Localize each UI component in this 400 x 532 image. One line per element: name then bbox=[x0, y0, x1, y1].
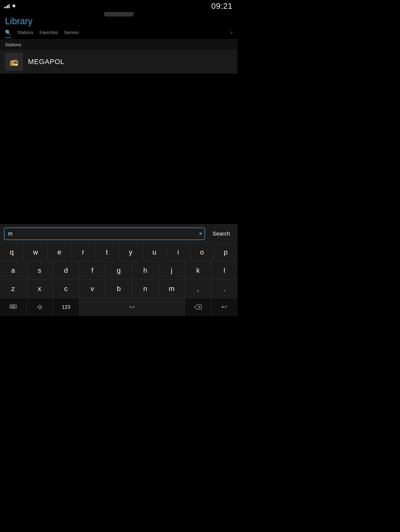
nav-tabs: 🔍 Stations Favorites Genres › bbox=[5, 28, 232, 38]
key-o[interactable]: o bbox=[190, 243, 214, 261]
section-header: Stations bbox=[0, 40, 238, 50]
key-row-3: z x c v b n m , . bbox=[0, 280, 238, 298]
key-r[interactable]: r bbox=[71, 243, 95, 261]
svg-rect-0 bbox=[10, 305, 16, 308]
status-left: ✱ bbox=[4, 3, 16, 9]
svg-rect-3 bbox=[13, 306, 14, 306]
time-display: 09:21 bbox=[211, 2, 232, 11]
nav-chevron[interactable]: › bbox=[231, 29, 232, 36]
svg-rect-6 bbox=[12, 307, 14, 308]
key-space[interactable] bbox=[80, 298, 185, 316]
key-b[interactable]: b bbox=[106, 280, 132, 298]
library-title: Library bbox=[5, 16, 232, 26]
key-z[interactable]: z bbox=[0, 280, 26, 298]
radio-icon: 📻 bbox=[10, 58, 18, 66]
bluetooth-icon: ✱ bbox=[12, 3, 16, 9]
tab-search[interactable]: 🔍 bbox=[5, 28, 11, 38]
svg-rect-4 bbox=[14, 306, 15, 306]
key-row-1: q w e r t y u i o p bbox=[0, 243, 238, 261]
key-backspace[interactable] bbox=[185, 298, 211, 316]
key-q[interactable]: q bbox=[0, 243, 24, 261]
key-k[interactable]: k bbox=[185, 262, 212, 280]
key-c[interactable]: c bbox=[53, 280, 79, 298]
library-header: Library 🔍 Stations Favorites Genres › bbox=[0, 14, 238, 38]
status-bar: ✱ 09:21 bbox=[0, 0, 238, 12]
tab-favorites[interactable]: Favorites bbox=[40, 28, 58, 37]
key-w[interactable]: w bbox=[24, 243, 48, 261]
key-l[interactable]: l bbox=[211, 262, 238, 280]
list-item[interactable]: 📻 MEGAPOL bbox=[0, 50, 238, 74]
keyboard-rows: q w e r t y u i o p a s d f g h j k bbox=[0, 243, 238, 316]
keyboard-area: ✕ Search q w e r t y u i o p a s bbox=[0, 224, 238, 316]
clear-button[interactable]: ✕ bbox=[199, 231, 202, 236]
svg-rect-7 bbox=[14, 307, 15, 308]
tab-stations[interactable]: Stations bbox=[17, 28, 34, 37]
key-return[interactable] bbox=[211, 298, 238, 316]
key-x[interactable]: x bbox=[26, 280, 53, 298]
key-keyboard[interactable] bbox=[0, 298, 26, 316]
key-comma[interactable]: , bbox=[185, 280, 212, 298]
key-h[interactable]: h bbox=[132, 262, 158, 280]
key-m[interactable]: m bbox=[158, 280, 185, 298]
key-period[interactable]: . bbox=[211, 280, 238, 298]
key-u[interactable]: u bbox=[143, 243, 166, 261]
key-f[interactable]: f bbox=[79, 262, 106, 280]
svg-rect-5 bbox=[11, 307, 12, 308]
signal-bars bbox=[4, 4, 10, 8]
key-d[interactable]: d bbox=[53, 262, 79, 280]
svg-rect-2 bbox=[12, 306, 13, 306]
key-123[interactable]: 123 bbox=[53, 298, 80, 316]
key-e[interactable]: e bbox=[48, 243, 71, 261]
signal-bar-4 bbox=[8, 4, 10, 8]
signal-bar-2 bbox=[6, 6, 6, 8]
key-v[interactable]: v bbox=[79, 280, 106, 298]
key-t[interactable]: t bbox=[95, 243, 119, 261]
key-row-2: a s d f g h j k l bbox=[0, 261, 238, 280]
station-thumbnail: 📻 bbox=[5, 53, 23, 71]
key-shift[interactable] bbox=[26, 298, 53, 316]
key-i[interactable]: i bbox=[166, 243, 190, 261]
search-icon: 🔍 bbox=[5, 30, 11, 36]
search-input-wrapper: ✕ bbox=[4, 228, 205, 240]
signal-bar-1 bbox=[4, 7, 5, 8]
key-n[interactable]: n bbox=[132, 280, 158, 298]
key-a[interactable]: a bbox=[0, 262, 26, 280]
key-row-4: 123 bbox=[0, 298, 238, 316]
key-g[interactable]: g bbox=[106, 262, 132, 280]
tab-genres[interactable]: Genres bbox=[64, 28, 79, 37]
key-s[interactable]: s bbox=[26, 262, 53, 280]
signal-bar-3 bbox=[7, 5, 8, 8]
key-j[interactable]: j bbox=[158, 262, 185, 280]
search-button[interactable]: Search bbox=[208, 228, 235, 240]
key-y[interactable]: y bbox=[119, 243, 142, 261]
search-input[interactable] bbox=[4, 228, 205, 240]
svg-rect-1 bbox=[11, 306, 12, 306]
search-bar: ✕ Search bbox=[0, 224, 238, 243]
key-p[interactable]: p bbox=[214, 243, 238, 261]
station-name: MEGAPOL bbox=[28, 58, 64, 66]
app-container: ✱ 09:21 Library 🔍 Stations Favorites Gen… bbox=[0, 0, 238, 316]
